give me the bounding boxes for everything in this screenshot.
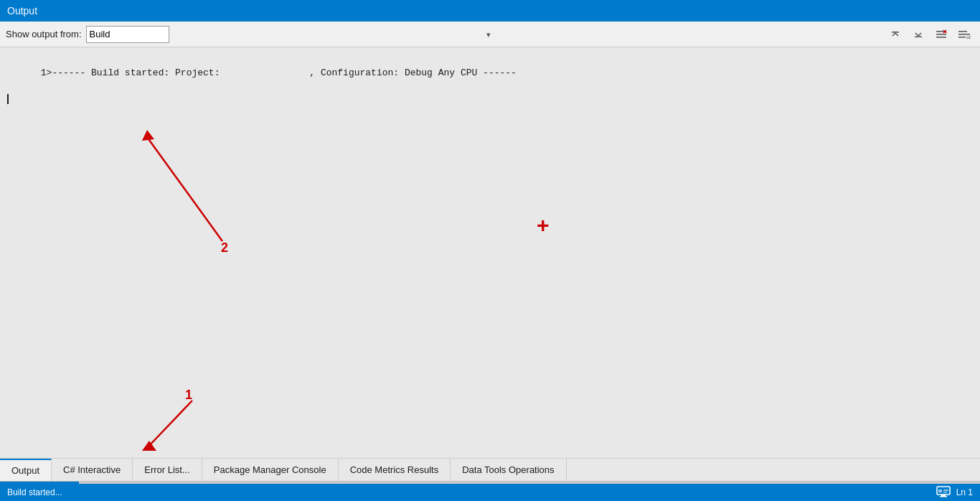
word-wrap-button[interactable]: ab↵ xyxy=(954,26,974,43)
svg-rect-21 xyxy=(938,490,942,492)
svg-rect-20 xyxy=(940,496,947,497)
tab-data-tools-label: Data Tools Operations xyxy=(462,464,554,475)
status-line-number: Ln 1 xyxy=(956,487,973,497)
output-source-select[interactable]: Build Debug Package Manager Test xyxy=(86,26,169,43)
tab-csharp-interactive[interactable]: C# Interactive xyxy=(52,459,133,481)
tab-package-manager[interactable]: Package Manager Console xyxy=(202,459,339,481)
svg-rect-3 xyxy=(936,34,946,35)
title-bar-label: Output xyxy=(7,5,37,17)
tab-error-label: Error List... xyxy=(144,464,190,475)
svg-marker-16 xyxy=(142,441,156,451)
output-source-select-wrapper: Build Debug Package Manager Test xyxy=(86,26,495,43)
toolbar: Show output from: Build Debug Package Ma… xyxy=(0,22,980,47)
status-left: Build started... xyxy=(7,487,62,497)
svg-text:2: 2 xyxy=(221,240,228,255)
svg-rect-4 xyxy=(936,37,946,38)
svg-text:ab↵: ab↵ xyxy=(966,34,971,39)
svg-marker-12 xyxy=(142,130,154,141)
status-text: Build started... xyxy=(7,487,62,497)
toolbar-buttons: ab↵ xyxy=(885,26,974,43)
tab-code-metrics-label: Code Metrics Results xyxy=(350,464,439,475)
svg-text:1: 1 xyxy=(185,388,192,402)
main-window: Output Show output from: Build Debug Pac… xyxy=(0,0,980,501)
output-text-1: 1>------ Build started: Project: , Confi… xyxy=(41,67,517,78)
annotations-overlay: 2 + 1 xyxy=(0,47,980,458)
status-icon xyxy=(936,486,951,500)
tab-bar: Output C# Interactive Error List... Pack… xyxy=(0,458,980,481)
status-right: Ln 1 xyxy=(936,486,973,500)
tab-error-list[interactable]: Error List... xyxy=(133,459,202,481)
scroll-down-button[interactable] xyxy=(908,26,928,43)
tab-output[interactable]: Output xyxy=(0,459,52,481)
tab-output-label: Output xyxy=(11,465,39,476)
svg-line-15 xyxy=(147,401,192,448)
svg-rect-22 xyxy=(943,490,948,491)
title-bar: Output xyxy=(0,0,980,22)
clear-output-button[interactable] xyxy=(931,26,951,43)
svg-rect-7 xyxy=(958,31,967,32)
status-bar: Build started... Ln 1 xyxy=(0,484,980,501)
tab-package-label: Package Manager Console xyxy=(214,464,326,475)
output-area[interactable]: 1>------ Build started: Project: , Confi… xyxy=(0,47,980,458)
svg-rect-23 xyxy=(943,492,947,493)
output-line-2 xyxy=(7,94,973,104)
svg-rect-9 xyxy=(958,37,966,38)
scroll-up-button[interactable] xyxy=(885,26,905,43)
svg-line-11 xyxy=(147,137,222,241)
text-cursor xyxy=(7,94,9,104)
tab-data-tools[interactable]: Data Tools Operations xyxy=(451,459,566,481)
show-output-from-label: Show output from: xyxy=(6,29,82,39)
svg-text:+: + xyxy=(537,213,550,237)
tab-csharp-label: C# Interactive xyxy=(63,464,121,475)
svg-rect-19 xyxy=(941,495,946,496)
output-line-1: 1>------ Build started: Project: , Confi… xyxy=(7,52,973,94)
tab-code-metrics[interactable]: Code Metrics Results xyxy=(339,459,451,481)
